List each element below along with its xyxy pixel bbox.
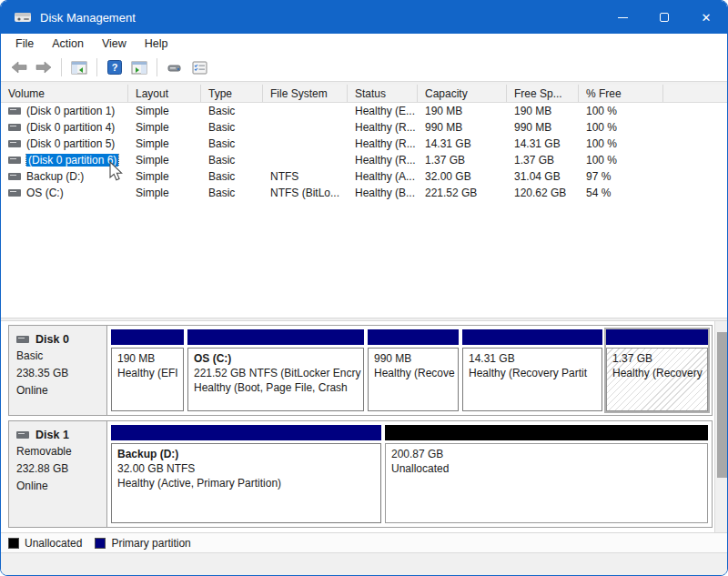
unallocated-swatch — [8, 538, 19, 549]
menu-action[interactable]: Action — [43, 34, 93, 54]
action-pane-button[interactable] — [128, 56, 150, 78]
primary-partition-swatch — [95, 538, 106, 549]
disk-name: Disk 0 — [35, 333, 69, 346]
cell-status: Healthy (R... — [348, 154, 418, 167]
cell-type: Basic — [201, 105, 263, 117]
cell-file-system: NTFS — [263, 170, 348, 183]
column-header-file-system[interactable]: File System — [263, 85, 348, 102]
table-row-selected[interactable]: (Disk 0 partition 6) Simple Basic Health… — [1, 152, 727, 168]
scrollbar-thumb[interactable] — [717, 332, 728, 478]
partition-status: Healthy (Recove — [374, 366, 452, 380]
cell-layout: Simple — [128, 105, 201, 117]
cell-status: Healthy (B... — [348, 187, 418, 199]
unallocated-space[interactable]: 200.87 GB Unallocated — [385, 425, 708, 523]
cell-pct-free: 100 % — [579, 105, 663, 117]
partition-backup-d[interactable]: Backup (D:) 32.00 GB NTFS Healthy (Activ… — [111, 425, 381, 523]
table-row[interactable]: (Disk 0 partition 1) Simple Basic Health… — [1, 103, 727, 119]
properties-list-icon — [192, 61, 207, 75]
column-header-type[interactable]: Type — [201, 85, 263, 102]
partition-status: Healthy (EFI — [117, 366, 177, 380]
disk-1-header[interactable]: Disk 1 Removable 232.88 GB Online — [9, 421, 107, 527]
forward-icon — [35, 61, 52, 74]
column-header-status[interactable]: Status — [348, 85, 418, 102]
partition-size: 14.31 GB — [469, 351, 596, 366]
cell-free-space: 31.04 GB — [507, 170, 579, 183]
cell-type: Basic — [201, 137, 263, 150]
disk-kind: Removable — [16, 445, 101, 459]
table-row[interactable]: OS (C:) Simple Basic NTFS (BitLo... Heal… — [1, 185, 727, 201]
cell-pct-free: 100 % — [579, 121, 663, 134]
partition-efi[interactable]: 190 MB Healthy (EFI — [111, 329, 184, 411]
table-row[interactable]: (Disk 0 partition 5) Simple Basic Health… — [1, 136, 727, 152]
console-tree-icon — [71, 61, 87, 75]
volume-icon — [8, 173, 21, 180]
cell-layout: Simple — [128, 154, 201, 167]
column-header-capacity[interactable]: Capacity — [418, 85, 507, 102]
minimize-button[interactable] — [602, 1, 643, 34]
partition-title: OS (C:) — [194, 351, 358, 366]
volume-icon — [8, 157, 21, 164]
partition-recovery-14gb[interactable]: 14.31 GB Healthy (Recovery Partit — [462, 329, 602, 411]
back-button[interactable] — [8, 56, 30, 78]
volume-list: Volume Layout Type File System Status Ca… — [1, 85, 727, 318]
menu-help[interactable]: Help — [136, 34, 177, 54]
volume-name: (Disk 0 partition 4) — [26, 121, 115, 134]
menu-file[interactable]: File — [6, 34, 43, 54]
partition-recovery-990mb[interactable]: 990 MB Healthy (Recove — [368, 329, 459, 411]
forward-button[interactable] — [33, 56, 55, 78]
vertical-scrollbar[interactable] — [714, 321, 728, 532]
cell-pct-free: 97 % — [579, 170, 663, 183]
disk-size: 232.88 GB — [16, 462, 101, 476]
minimize-icon — [618, 17, 628, 18]
column-header-pct-free[interactable]: % Free — [579, 85, 663, 102]
partition-size: 190 MB — [117, 351, 177, 366]
volume-name: (Disk 0 partition 5) — [26, 137, 115, 150]
back-icon — [11, 61, 27, 74]
close-icon: ✕ — [702, 12, 712, 24]
disk-status: Online — [16, 384, 101, 398]
partition-color-bar — [385, 425, 708, 440]
disk-name: Disk 1 — [35, 429, 69, 441]
partition-recovery-selected[interactable]: 1.37 GB Healthy (Recovery — [606, 329, 708, 411]
console-tree-button[interactable] — [68, 56, 90, 78]
partition-status: Healthy (Active, Primary Partition) — [117, 476, 375, 490]
disk-0-band: Disk 0 Basic 238.35 GB Online 190 MB Hea… — [8, 325, 713, 416]
cell-free-space: 120.62 GB — [507, 187, 579, 199]
properties-button[interactable] — [188, 56, 210, 78]
partition-color-bar — [111, 425, 381, 440]
cell-type: Basic — [201, 154, 263, 167]
volume-name: Backup (D:) — [26, 170, 84, 183]
partition-status: Unallocated — [391, 461, 702, 476]
cell-pct-free: 100 % — [579, 137, 663, 150]
refresh-disks-button[interactable] — [164, 56, 186, 78]
column-header-volume[interactable]: Volume — [1, 85, 128, 102]
toolbar-separator — [61, 58, 62, 76]
cell-type: Basic — [201, 170, 263, 183]
menu-view[interactable]: View — [93, 34, 136, 54]
volume-name-selected: (Disk 0 partition 6) — [26, 154, 118, 167]
column-header-free-space[interactable]: Free Sp... — [507, 85, 579, 102]
cell-pct-free: 100 % — [579, 154, 663, 167]
maximize-button[interactable] — [643, 1, 685, 34]
cell-free-space: 14.31 GB — [507, 137, 579, 150]
disk-size: 238.35 GB — [16, 367, 101, 380]
close-button[interactable]: ✕ — [685, 1, 727, 34]
cell-capacity: 190 MB — [418, 105, 507, 117]
column-header-filler — [663, 85, 727, 102]
cell-status: Healthy (R... — [348, 137, 418, 150]
volume-icon — [8, 124, 21, 131]
toolbar-separator — [96, 58, 97, 76]
volume-name: (Disk 0 partition 1) — [26, 105, 115, 117]
partition-color-bar — [111, 329, 184, 345]
partition-title: Backup (D:) — [117, 447, 375, 461]
cell-status: Healthy (E... — [348, 105, 418, 117]
disk-0-header[interactable]: Disk 0 Basic 238.35 GB Online — [9, 326, 107, 415]
partition-os-c[interactable]: OS (C:) 221.52 GB NTFS (BitLocker Encry … — [187, 329, 364, 411]
column-header-layout[interactable]: Layout — [128, 85, 201, 102]
table-row[interactable]: (Disk 0 partition 4) Simple Basic Health… — [1, 119, 727, 136]
help-button[interactable]: ? — [104, 56, 126, 78]
partition-status: Healthy (Recovery — [612, 366, 702, 380]
toolbar-separator — [157, 58, 157, 76]
table-row[interactable]: Backup (D:) Simple Basic NTFS Healthy (A… — [1, 168, 727, 185]
volume-icon — [8, 189, 21, 197]
